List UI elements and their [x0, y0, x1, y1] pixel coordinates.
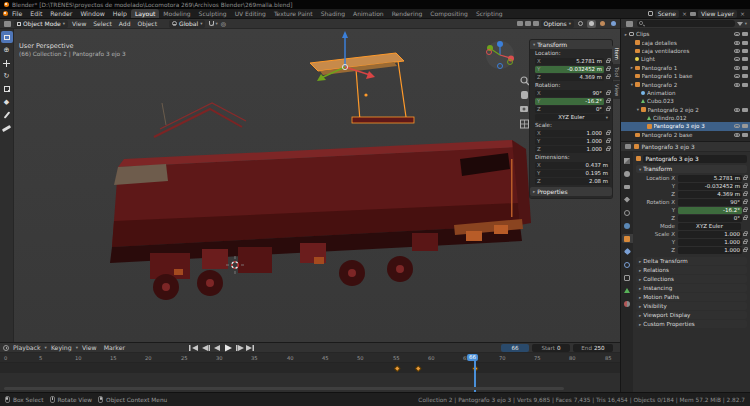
workspace-tab-rendering[interactable]: Rendering	[388, 9, 427, 18]
shading-solid-button[interactable]	[587, 20, 596, 28]
prop-rotation-x[interactable]: Rotation X90°	[633, 198, 750, 206]
outliner-item-animation[interactable]: Animation	[621, 89, 750, 97]
lock-icon[interactable]	[743, 249, 747, 252]
transform-section-header[interactable]: ▾ Transform	[636, 165, 747, 173]
blender-menu-icon[interactable]	[3, 11, 8, 16]
outliner-search-input[interactable]	[637, 20, 735, 27]
dimensions-x-row[interactable]: X0.437 m	[530, 161, 612, 169]
workspace-tab-uv-editing[interactable]: UV Editing	[231, 9, 270, 18]
workspace-tab-scripting[interactable]: Scripting	[472, 9, 507, 18]
tab-tool[interactable]	[622, 156, 633, 165]
lock-icon[interactable]	[743, 217, 747, 220]
navigation-gizmo[interactable]	[484, 39, 516, 71]
annotate-tool[interactable]	[1, 109, 13, 121]
scale-y-row[interactable]: Y1.000	[530, 137, 612, 145]
outliner-item-pantografo-3-ejo-3-selected[interactable]: Pantografo 3 ejo 3	[621, 122, 750, 130]
lock-icon[interactable]	[606, 108, 610, 111]
xray-toggle-icon[interactable]	[533, 21, 539, 26]
tab-object-data[interactable]	[622, 286, 633, 295]
workspace-tab-layout[interactable]: Layout	[131, 9, 159, 18]
prop-scale-y[interactable]: Y1.000	[633, 238, 750, 246]
dimensions-y-row[interactable]: Y0.195 m	[530, 169, 612, 177]
camera-icon[interactable]	[742, 32, 748, 36]
move-tool[interactable]	[1, 57, 13, 69]
tab-view-layer[interactable]	[622, 195, 633, 204]
dimensions-z-row[interactable]: Z2.08 m	[530, 177, 612, 185]
menu-edit[interactable]: Edit	[26, 9, 46, 18]
prop-rotation-y[interactable]: Y-16.2°	[633, 206, 750, 214]
rotation-mode-row[interactable]: XYZ Euler▾	[530, 113, 612, 121]
options-dropdown[interactable]: Options ▾	[541, 20, 574, 28]
rotation-y-row[interactable]: Y-16.2°	[530, 97, 612, 105]
tab-world[interactable]	[622, 221, 633, 230]
lock-icon[interactable]	[606, 60, 610, 63]
scale-x-row[interactable]: X1.000	[530, 129, 612, 137]
camera-icon[interactable]	[742, 74, 748, 78]
eye-icon[interactable]	[734, 41, 740, 45]
eye-icon[interactable]	[734, 108, 740, 112]
outliner-item-pantografo-1[interactable]: ▸ Pantografo 1	[621, 64, 750, 72]
lock-icon[interactable]	[743, 177, 747, 180]
transform-tool[interactable]: ◆	[1, 96, 13, 108]
eye-icon[interactable]	[734, 124, 740, 128]
location-x-row[interactable]: X5.2781 m	[530, 57, 612, 65]
transform-orientation-dropdown[interactable]: Global ▾	[169, 20, 205, 28]
prop-scale-z[interactable]: Z1.000	[633, 246, 750, 254]
tab-physics[interactable]	[622, 260, 633, 269]
menu-keying[interactable]: Keying	[48, 343, 75, 352]
prop-scale-x[interactable]: Scale X1.000	[633, 230, 750, 238]
eye-icon[interactable]	[734, 49, 740, 53]
properties-subpanel-header[interactable]: ▸ Properties	[530, 187, 612, 196]
camera-icon[interactable]	[742, 57, 748, 61]
playback-controls[interactable]	[189, 344, 255, 352]
location-y-row[interactable]: Y-0.032452 m	[530, 65, 612, 73]
prop-location-y[interactable]: Y-0.032452 m	[633, 182, 750, 190]
section-relations[interactable]: ▸Relations	[636, 266, 747, 274]
menu-help[interactable]: Help	[109, 9, 131, 18]
workspace-tab-modeling[interactable]: Modeling	[159, 9, 194, 18]
snap-dropdown-icon[interactable]: ▾	[215, 21, 217, 26]
lock-icon[interactable]	[743, 193, 747, 196]
section-motion-paths[interactable]: ▸Motion Paths	[636, 293, 747, 301]
eye-icon[interactable]	[734, 32, 740, 36]
menu-render[interactable]: Render	[46, 9, 76, 18]
location-z-row[interactable]: Z4.369 m	[530, 73, 612, 81]
lock-icon[interactable]	[606, 140, 610, 143]
lock-icon[interactable]	[606, 76, 610, 79]
keyframe-diamond[interactable]	[415, 365, 421, 371]
outliner-item-pantografo-1-base[interactable]: Pantografo 1 base	[621, 72, 750, 80]
tab-render[interactable]	[622, 169, 633, 178]
menu-view[interactable]: View	[79, 343, 100, 352]
lock-icon[interactable]	[606, 92, 610, 95]
keyframe-diamond[interactable]	[394, 365, 400, 371]
lock-icon[interactable]	[743, 201, 747, 204]
rotation-z-row[interactable]: Z0°	[530, 105, 612, 113]
section-collections[interactable]: ▸Collections	[636, 275, 747, 283]
section-instancing[interactable]: ▸Instancing	[636, 284, 747, 292]
section-delta-transform[interactable]: ▸Delta Transform	[636, 257, 747, 265]
scale-z-row[interactable]: Z1.000	[530, 145, 612, 153]
3d-viewport-canvas[interactable]: User Perspective (66) Collection 2 | Pan…	[14, 29, 620, 342]
lock-icon[interactable]	[606, 148, 610, 151]
camera-icon[interactable]	[742, 124, 748, 128]
outliner-item-pantografo-2-ejo-2[interactable]: ▾ Pantografo 2 ejo 2	[621, 106, 750, 114]
tab-constraints[interactable]	[622, 273, 633, 282]
chevron-down-icon[interactable]: ▾	[745, 21, 747, 26]
tab-view[interactable]: View	[612, 81, 620, 99]
menu-file[interactable]: File	[8, 9, 26, 18]
workspace-tab-sculpting[interactable]: Sculpting	[195, 9, 231, 18]
eye-icon[interactable]	[734, 57, 740, 61]
tab-modifiers[interactable]	[622, 247, 633, 256]
scale-tool[interactable]	[1, 83, 13, 95]
menu-select[interactable]: Select	[90, 20, 115, 27]
lock-icon[interactable]	[743, 241, 747, 244]
outliner-item-cubo-023[interactable]: Cubo.023	[621, 97, 750, 105]
tab-object[interactable]	[622, 234, 633, 243]
prop-rotation-z[interactable]: Z0°	[633, 214, 750, 222]
camera-icon[interactable]	[742, 66, 748, 70]
frame-start-field[interactable]: Start0	[532, 344, 570, 352]
measure-tool[interactable]	[1, 122, 13, 134]
workspace-tab-shading[interactable]: Shading	[317, 9, 349, 18]
scene-unlink-icon[interactable]: ×	[681, 10, 688, 17]
camera-icon[interactable]	[742, 108, 748, 112]
